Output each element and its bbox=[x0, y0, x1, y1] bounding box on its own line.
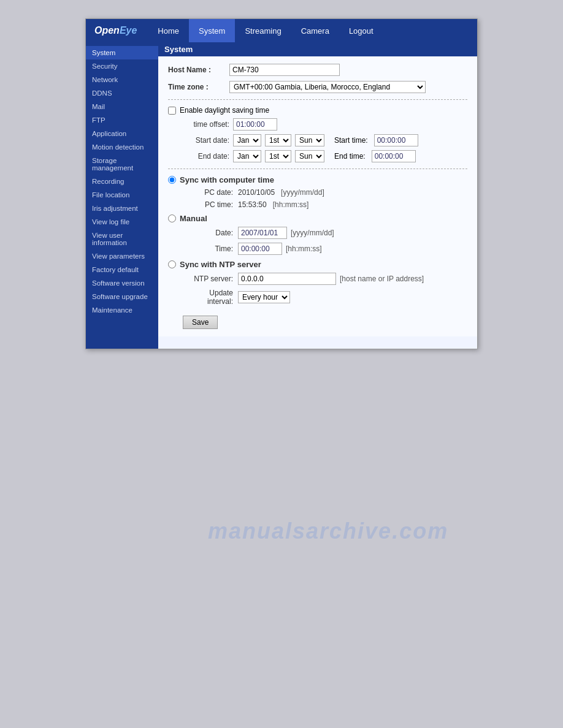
sync-computer-radio[interactable] bbox=[168, 176, 176, 184]
content-area: System Host Name : Time zone : GMT+00:00… bbox=[158, 42, 477, 349]
pc-time-row: PC time: 15:53:50 [hh:mm:ss] bbox=[183, 200, 467, 209]
sidebar-item-recording[interactable]: Recording bbox=[86, 175, 158, 188]
manual-section: Manual Date: [yyyy/mm/dd] Time: [hh:mm:s… bbox=[168, 214, 467, 255]
divider-1 bbox=[168, 99, 467, 100]
end-time-label: End time: bbox=[334, 152, 366, 161]
logo-eye: Eye bbox=[120, 25, 137, 36]
sidebar-item-user-info[interactable]: View user information bbox=[86, 229, 158, 249]
host-name-label: Host Name : bbox=[168, 66, 229, 74]
sidebar-item-ddns[interactable]: DDNS bbox=[86, 86, 158, 100]
sidebar-item-factory[interactable]: Factory default bbox=[86, 263, 158, 276]
sidebar: System Security Network DDNS Mail FTP Ap… bbox=[86, 42, 158, 349]
date-label: Date: bbox=[183, 229, 238, 237]
update-interval-row: Update interval: Every hour bbox=[183, 289, 467, 306]
sidebar-item-sw-version[interactable]: Software version bbox=[86, 276, 158, 290]
section-title: System bbox=[164, 45, 193, 54]
sidebar-item-motion[interactable]: Motion detection bbox=[86, 140, 158, 154]
sync-computer-details: PC date: 2010/10/05 [yyyy/mm/dd] PC time… bbox=[168, 188, 467, 209]
start-day-select[interactable]: 1st bbox=[265, 134, 291, 146]
sidebar-item-sw-upgrade[interactable]: Software upgrade bbox=[86, 290, 158, 303]
time-offset-row: time offset: bbox=[180, 118, 467, 131]
time-offset-label: time offset: bbox=[180, 120, 229, 129]
sidebar-item-ftp[interactable]: FTP bbox=[86, 113, 158, 127]
daylight-row: Enable daylight saving time bbox=[168, 106, 467, 115]
ntp-server-input[interactable] bbox=[238, 273, 336, 285]
start-date-label: Start date: bbox=[180, 136, 229, 145]
sync-computer-radio-row: Sync with computer time bbox=[168, 175, 467, 184]
pc-time-hint: [hh:mm:ss] bbox=[273, 200, 309, 209]
pc-date-hint: [yyyy/mm/dd] bbox=[281, 188, 324, 197]
sidebar-item-log[interactable]: View log file bbox=[86, 215, 158, 229]
sync-computer-label: Sync with computer time bbox=[180, 175, 274, 184]
tab-streaming[interactable]: Streaming bbox=[235, 19, 291, 42]
main-layout: System Security Network DDNS Mail FTP Ap… bbox=[86, 42, 477, 349]
start-time-label: Start time: bbox=[334, 136, 368, 145]
time-input[interactable] bbox=[238, 243, 282, 255]
top-navigation: OpenEye Home System Streaming Camera Log… bbox=[86, 19, 477, 42]
sidebar-item-parameters[interactable]: View parameters bbox=[86, 249, 158, 263]
save-row: Save bbox=[168, 311, 467, 329]
manual-details: Date: [yyyy/mm/dd] Time: [hh:mm:ss] bbox=[168, 227, 467, 255]
manual-time-row: Time: [hh:mm:ss] bbox=[183, 243, 467, 255]
host-name-row: Host Name : bbox=[168, 64, 467, 76]
date-hint: [yyyy/mm/dd] bbox=[291, 229, 334, 237]
tab-camera[interactable]: Camera bbox=[291, 19, 339, 42]
sidebar-item-mail[interactable]: Mail bbox=[86, 100, 158, 113]
end-weekday-select[interactable]: Sun bbox=[295, 150, 324, 162]
sidebar-item-application[interactable]: Application bbox=[86, 127, 158, 140]
save-button[interactable]: Save bbox=[183, 316, 218, 329]
section-header: System bbox=[158, 42, 477, 56]
ntp-server-hint: [host name or IP address] bbox=[340, 275, 424, 283]
content-body: Host Name : Time zone : GMT+00:00 Gambia… bbox=[158, 56, 477, 336]
time-label: Time: bbox=[183, 245, 238, 253]
sidebar-item-storage[interactable]: Storage management bbox=[86, 154, 158, 175]
daylight-label: Enable daylight saving time bbox=[180, 106, 269, 115]
sidebar-item-file-location[interactable]: File location bbox=[86, 188, 158, 202]
ntp-radio-row: Sync with NTP server bbox=[168, 260, 467, 269]
timezone-select[interactable]: GMT+00:00 Gambia, Liberia, Morocco, Engl… bbox=[229, 81, 426, 93]
pc-date-value: 2010/10/05 bbox=[238, 188, 275, 197]
time-hint: [hh:mm:ss] bbox=[286, 245, 322, 253]
ntp-label: Sync with NTP server bbox=[180, 260, 261, 269]
pc-time-value: 15:53:50 bbox=[238, 200, 267, 209]
manual-label: Manual bbox=[180, 214, 207, 223]
sidebar-item-maintenance[interactable]: Maintenance bbox=[86, 303, 158, 317]
time-offset-input[interactable] bbox=[233, 118, 277, 131]
pc-date-row: PC date: 2010/10/05 [yyyy/mm/dd] bbox=[183, 188, 467, 197]
end-date-row: End date: Jan 1st Sun End time: bbox=[180, 150, 467, 162]
tab-home[interactable]: Home bbox=[148, 19, 189, 42]
end-month-select[interactable]: Jan bbox=[233, 150, 261, 162]
sidebar-item-network[interactable]: Network bbox=[86, 73, 158, 86]
ntp-server-label: NTP server: bbox=[183, 275, 238, 283]
manual-radio-row: Manual bbox=[168, 214, 467, 223]
watermark: manualsarchive.com bbox=[208, 518, 448, 544]
start-time-input[interactable] bbox=[374, 134, 418, 146]
ntp-radio[interactable] bbox=[168, 260, 176, 268]
update-interval-select[interactable]: Every hour bbox=[238, 291, 290, 303]
sidebar-item-security[interactable]: Security bbox=[86, 59, 158, 73]
end-date-label: End date: bbox=[180, 152, 229, 161]
end-time-input[interactable] bbox=[372, 150, 416, 162]
update-interval-label: Update interval: bbox=[183, 289, 238, 306]
sidebar-item-system[interactable]: System bbox=[86, 46, 158, 59]
start-month-select[interactable]: Jan bbox=[233, 134, 261, 146]
logo-open: Open bbox=[94, 25, 120, 36]
ntp-details: NTP server: [host name or IP address] Up… bbox=[168, 273, 467, 306]
time-zone-row: Time zone : GMT+00:00 Gambia, Liberia, M… bbox=[168, 81, 467, 93]
date-input[interactable] bbox=[238, 227, 287, 239]
ntp-server-row: NTP server: [host name or IP address] bbox=[183, 273, 467, 285]
start-weekday-select[interactable]: Sun bbox=[295, 134, 324, 146]
ntp-section: Sync with NTP server NTP server: [host n… bbox=[168, 260, 467, 306]
divider-2 bbox=[168, 169, 467, 169]
dst-options: time offset: Start date: Jan 1st S bbox=[168, 118, 467, 162]
manual-date-row: Date: [yyyy/mm/dd] bbox=[183, 227, 467, 239]
sidebar-item-iris[interactable]: Iris adjustment bbox=[86, 202, 158, 215]
host-name-input[interactable] bbox=[229, 64, 340, 76]
tab-system[interactable]: System bbox=[189, 19, 235, 42]
end-day-select[interactable]: 1st bbox=[265, 150, 291, 162]
logo: OpenEye bbox=[86, 21, 145, 40]
manual-radio[interactable] bbox=[168, 214, 176, 222]
start-date-row: Start date: Jan 1st Sun Start time: bbox=[180, 134, 467, 146]
tab-logout[interactable]: Logout bbox=[339, 19, 383, 42]
daylight-checkbox[interactable] bbox=[168, 107, 176, 115]
